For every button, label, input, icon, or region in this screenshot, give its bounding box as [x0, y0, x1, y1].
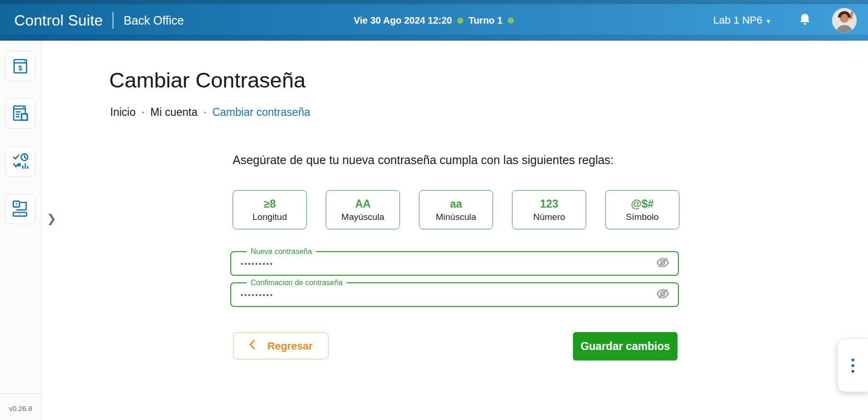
eye-off-icon [655, 287, 670, 303]
station-label: Lab 1 NP6 [713, 14, 763, 26]
rule-value: aa [450, 198, 462, 210]
brand-divider [113, 12, 113, 29]
breadcrumb-current[interactable]: Cambiar contraseña [212, 106, 310, 119]
eye-off-icon [655, 255, 670, 271]
rule-value: 123 [540, 198, 558, 210]
header-right-group: Lab 1 NP6 ▾ [713, 0, 868, 41]
shift-status-dot [508, 18, 514, 24]
sidebar-item-statistics[interactable] [5, 147, 35, 177]
breadcrumb-mi-cuenta[interactable]: Mi cuenta [150, 106, 198, 119]
breadcrumb: Inicio • Mi cuenta • Cambiar contraseña [110, 106, 310, 119]
save-changes-button[interactable]: Guardar cambios [573, 332, 677, 360]
confirm-password-field: Confimacion de contraseña [230, 282, 679, 307]
rule-label: Minúscula [436, 212, 477, 222]
back-button[interactable]: Regresar [233, 332, 329, 359]
equipment-support-icon: ? [10, 199, 30, 219]
datetime-label: Vie 30 Ago 2024 12:20 [354, 15, 452, 26]
top-bar: Control Suite Back Office Vie 30 Ago 202… [0, 0, 868, 41]
back-button-label: Regresar [268, 340, 312, 352]
kebab-menu-icon [851, 359, 854, 373]
app-version: v0.26.8 [0, 404, 41, 412]
rule-label: Mayúscula [341, 212, 384, 222]
page-title: Cambiar Contraseña [109, 68, 305, 93]
statistics-icon [10, 152, 30, 172]
reports-icon [10, 104, 30, 123]
toggle-confirm-password-visibility[interactable] [655, 287, 670, 303]
app-window: Control Suite Back Office Vie 30 Ago 202… [0, 0, 868, 420]
rule-card-minuscula: aa Minúscula [419, 190, 493, 229]
notifications-button[interactable] [799, 13, 811, 28]
rule-card-numero: 123 Número [512, 190, 586, 229]
sidebar-expand-button[interactable]: ❯ [47, 213, 56, 224]
sales-terminal-icon: $ [10, 56, 30, 76]
rule-label: Longitud [252, 212, 287, 222]
svg-text:$: $ [18, 64, 23, 72]
rule-value: AA [355, 198, 371, 210]
toggle-new-password-visibility[interactable] [655, 255, 670, 271]
sidebar-footer-divider [0, 394, 41, 394]
shift-label: Turno 1 [469, 15, 503, 26]
station-dropdown[interactable]: Lab 1 NP6 ▾ [713, 14, 771, 26]
rule-value: @$# [631, 198, 653, 210]
rule-label: Símbolo [626, 212, 659, 222]
module-title: Back Office [124, 14, 184, 27]
rule-label: Número [533, 212, 565, 222]
chevron-down-icon: ▾ [766, 16, 770, 25]
new-password-field: Nueva contraseña [230, 251, 679, 276]
sidebar: $ [0, 41, 42, 420]
new-password-input[interactable] [241, 252, 628, 275]
quick-actions-panel[interactable] [838, 339, 868, 392]
sidebar-item-reports[interactable] [5, 98, 35, 129]
sidebar-item-sales[interactable]: $ [5, 51, 35, 81]
svg-text:?: ? [15, 201, 18, 207]
rule-card-longitud: ≥8 Longitud [233, 190, 307, 229]
password-rules-row: ≥8 Longitud AA Mayúscula aa Minúscula 12… [233, 190, 679, 229]
breadcrumb-separator: • [204, 108, 206, 116]
status-bar: Vie 30 Ago 2024 12:20 Turno 1 [354, 0, 514, 41]
chevron-left-icon [249, 340, 255, 352]
bell-icon [799, 13, 811, 28]
confirm-password-input[interactable] [241, 283, 628, 306]
breadcrumb-separator: • [142, 108, 144, 116]
brand-title: Control Suite [14, 12, 103, 29]
clock-status-dot [457, 18, 463, 24]
breadcrumb-inicio[interactable]: Inicio [110, 106, 136, 119]
avatar[interactable] [832, 8, 857, 33]
brand-group: Control Suite Back Office [14, 0, 184, 41]
rule-card-mayuscula: AA Mayúscula [326, 190, 400, 229]
rule-card-simbolo: @$# Símbolo [605, 190, 679, 229]
rule-value: ≥8 [264, 198, 276, 210]
sidebar-item-equipment[interactable]: ? [5, 194, 35, 224]
rules-instruction: Asegúrate de que tu nueva contraseña cum… [233, 153, 614, 167]
